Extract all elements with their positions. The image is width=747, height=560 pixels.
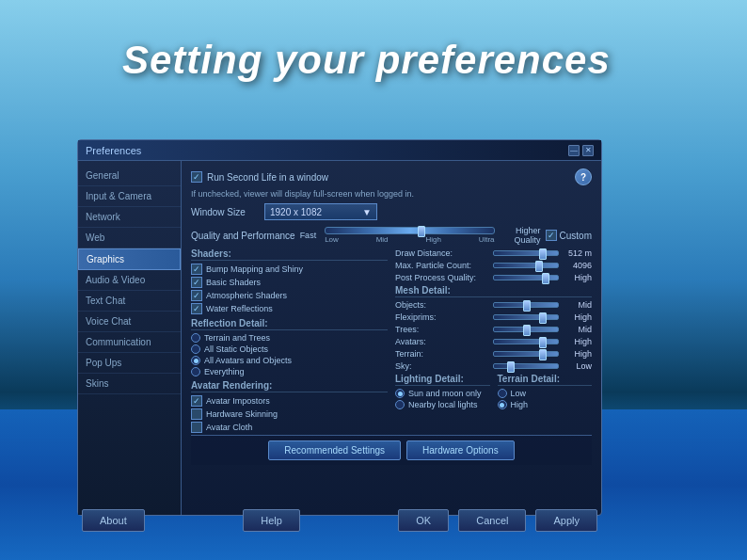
terrain-low-radio[interactable] [498,389,507,398]
footer-buttons: About Help OK Cancel Apply [77,509,602,532]
right-column: Draw Distance: 512 m Max. Particle Count… [395,248,592,435]
draw-distance-row: Draw Distance: 512 m [395,248,592,258]
shader-water-checkbox[interactable] [191,303,202,314]
terrain-low-row: Low [498,389,593,398]
window-size-label: Window Size [191,207,257,217]
sidebar-item-pop-ups[interactable]: Pop Ups [78,353,181,374]
hardware-skinning-checkbox[interactable] [191,408,202,420]
mesh-terrain-slider[interactable] [493,351,559,357]
post-process-slider[interactable] [493,275,559,280]
mesh-sky-value: Low [559,361,592,371]
reflect-static-radio[interactable] [191,344,200,354]
mesh-avatars-row: Avatars: High [395,337,592,346]
footer-center-buttons: OK Cancel Apply [398,509,597,532]
mesh-terrain-row: Terrain: High [395,349,592,359]
avatar-impostors-row: Avatar Impostors [191,395,388,407]
max-particle-slider[interactable] [493,263,559,268]
lighting-sun-radio[interactable] [395,389,405,398]
avatar-rendering-title: Avatar Rendering: [191,380,388,392]
quality-slider-labels: Low Mid High Ultra [325,235,494,244]
sidebar-item-voice-chat[interactable]: Voice Chat [78,312,181,332]
mesh-terrain-thumb[interactable] [539,349,547,360]
lighting-nearby-label: Nearby local lights [408,400,478,409]
dialog-body: General Input & Camera Network Web Graph… [78,161,601,515]
minimize-button[interactable]: — [568,145,580,156]
shader-bump-checkbox[interactable] [191,264,202,275]
mesh-flexiprims-value: High [559,312,592,322]
mesh-objects-value: Mid [559,300,592,310]
mesh-sky-thumb[interactable] [507,361,515,373]
sidebar-item-web[interactable]: Web [78,228,181,248]
shader-water-label: Water Reflections [206,304,273,313]
max-particle-thumb[interactable] [535,261,543,272]
quality-higher-label: Higher Quality [503,226,541,245]
sidebar-item-audio-video[interactable]: Audio & Video [78,270,181,291]
mesh-flexiprims-thumb[interactable] [539,312,547,324]
shader-basic-checkbox[interactable] [191,277,202,288]
post-process-thumb[interactable] [542,273,549,284]
sidebar-item-text-chat[interactable]: Text Chat [78,291,181,312]
help-button[interactable]: Help [243,509,300,532]
post-process-row: Post Process Quality: High [395,273,592,282]
quality-high-label: High [425,235,440,244]
sidebar-item-graphics[interactable]: Graphics [78,248,181,270]
mesh-trees-label: Trees: [395,325,493,334]
apply-button[interactable]: Apply [535,509,597,532]
shader-atm-checkbox[interactable] [191,290,202,301]
window-size-dropdown[interactable]: 1920 x 1082 ▼ [264,203,377,220]
draw-distance-thumb[interactable] [539,248,547,260]
reflect-static: All Static Objects [191,344,388,354]
post-process-value: High [559,273,592,282]
sidebar-item-general[interactable]: General [78,166,181,186]
dropdown-arrow-icon: ▼ [362,207,372,217]
reflect-terrain-radio[interactable] [191,333,200,343]
help-icon-button[interactable]: ? [575,168,592,185]
reflect-everything-radio[interactable] [191,367,200,376]
sidebar-item-skins[interactable]: Skins [78,374,181,394]
mesh-objects-label: Objects: [395,300,493,310]
custom-checkbox[interactable] [546,230,557,241]
mesh-trees-thumb[interactable] [523,325,531,336]
run-windowed-checkbox[interactable] [191,171,202,183]
shader-atm-label: Atmospheric Shaders [206,291,287,300]
reflect-avatars-radio[interactable] [191,356,200,365]
recommended-settings-button[interactable]: Recommended Settings [268,440,401,460]
terrain-high-radio[interactable] [498,400,507,409]
sidebar-item-communication[interactable]: Communication [78,332,181,353]
mesh-objects-row: Objects: Mid [395,300,592,310]
mesh-objects-slider[interactable] [493,302,559,308]
close-button[interactable]: ✕ [582,145,594,156]
quality-slider-thumb[interactable] [418,226,425,237]
avatar-impostors-label: Avatar Impostors [206,396,270,406]
cancel-button[interactable]: Cancel [458,509,526,532]
mesh-avatars-thumb[interactable] [539,337,547,348]
sidebar-item-network[interactable]: Network [78,207,181,228]
shader-basic-label: Basic Shaders [206,278,261,287]
sidebar-item-input-camera[interactable]: Input & Camera [78,186,181,207]
terrain-section: Terrain Detail: Low High [498,374,593,411]
lighting-nearby-radio[interactable] [395,400,405,409]
mesh-avatars-slider[interactable] [493,339,559,344]
mesh-sky-slider[interactable] [493,363,559,369]
draw-distance-label: Draw Distance: [395,248,493,258]
avatar-cloth-checkbox[interactable] [191,422,202,433]
subtitle-text: If unchecked, viewer will display full-s… [191,189,592,199]
avatar-impostors-checkbox[interactable] [191,395,202,407]
mesh-flexiprims-slider[interactable] [493,314,559,320]
dialog-titlebar: Preferences — ✕ [78,140,601,161]
mesh-flexiprims-row: Flexiprims: High [395,312,592,322]
reflect-avatars: All Avatars and Objects [191,356,388,365]
mesh-trees-row: Trees: Mid [395,325,592,334]
reflect-everything: Everything [191,367,388,376]
about-button[interactable]: About [82,509,145,532]
quality-slider-container: Low Mid High Ultra [325,227,494,244]
mesh-objects-thumb[interactable] [523,300,531,312]
ok-button[interactable]: OK [398,509,449,532]
mesh-trees-slider[interactable] [493,327,559,332]
dialog-bottom-buttons: Recommended Settings Hardware Options [191,435,592,465]
draw-distance-slider[interactable] [493,250,559,256]
quality-slider[interactable] [325,227,494,234]
terrain-high-row: High [498,400,593,409]
hardware-options-button[interactable]: Hardware Options [406,440,515,460]
hardware-skinning-row: Hardware Skinning [191,408,388,420]
